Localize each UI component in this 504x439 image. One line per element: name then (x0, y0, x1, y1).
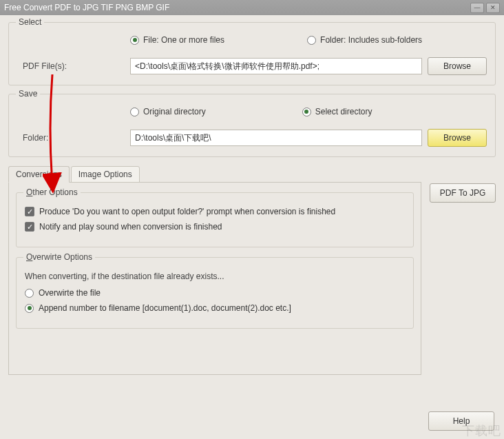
pdf-to-jpg-button[interactable]: PDF To JPG (430, 183, 496, 203)
overwrite-desc: When converting, if the destination file… (25, 272, 405, 281)
pdf-files-label: PDF File(s): (17, 61, 125, 71)
original-dir-label: Original directory (143, 107, 206, 116)
tab-panel: Conversions Image Options Other Options … (8, 165, 421, 375)
overwrite-options-group: Overwirte Options When converting, if th… (16, 257, 414, 329)
pdf-files-input[interactable] (130, 58, 422, 74)
radio-icon (25, 289, 34, 298)
folder-label: Folder: (17, 133, 125, 143)
radio-icon (307, 36, 316, 45)
select-group: Select File: One or more files Folder: I… (8, 22, 496, 85)
content-pane: Select File: One or more files Folder: I… (0, 15, 504, 439)
append-number-radio[interactable]: Append number to filename [document(1).d… (25, 303, 405, 313)
titlebar: Free Convert PDF to JPG TIF PNG BMP GIF … (0, 0, 504, 15)
radio-icon (25, 304, 34, 313)
tab-body: Other Options ✓ Produce 'Do you want to … (8, 182, 421, 375)
save-legend: Save (16, 89, 40, 99)
tab-headers: Conversions Image Options (8, 166, 421, 183)
tab-conversions[interactable]: Conversions (8, 166, 70, 183)
prompt-checkbox-row[interactable]: ✓ Produce 'Do you want to open output fo… (25, 207, 405, 216)
tabs-area: Conversions Image Options Other Options … (8, 165, 496, 375)
other-options-group: Other Options ✓ Produce 'Do you want to … (16, 192, 414, 247)
select-legend: Select (16, 17, 44, 27)
notify-checkbox-label: Notify and play sound when conversion is… (39, 222, 222, 232)
append-number-label: Append number to filename [document(1).d… (39, 303, 291, 313)
watermark: 下载吧 (462, 422, 501, 439)
browse-file-button[interactable]: Browse (428, 57, 487, 75)
checkbox-checked-icon: ✓ (25, 222, 34, 232)
save-radio-row: Original directory Select directory (130, 107, 487, 116)
checkbox-checked-icon: ✓ (25, 207, 34, 216)
folder-radio-label: Folder: Includes sub-folders (320, 35, 422, 45)
window-title: Free Convert PDF to JPG TIF PNG BMP GIF (4, 3, 470, 12)
folder-row: Folder: Browse (17, 129, 487, 147)
prompt-checkbox-label: Produce 'Do you want to open output fold… (39, 207, 335, 216)
select-dir-radio[interactable]: Select directory (302, 107, 372, 116)
browse-folder-button[interactable]: Browse (428, 129, 487, 147)
select-dir-label: Select directory (315, 107, 372, 116)
folder-radio[interactable]: Folder: Includes sub-folders (307, 35, 422, 45)
close-button[interactable]: ✕ (486, 3, 500, 13)
pdf-file-row: PDF File(s): Browse (17, 57, 487, 75)
other-options-legend: Other Options (23, 187, 81, 197)
tab-image-options[interactable]: Image Options (71, 166, 140, 183)
overwrite-file-radio[interactable]: Overwirte the file (25, 288, 405, 298)
select-radio-row: File: One or more files Folder: Includes… (130, 35, 487, 45)
original-dir-radio[interactable]: Original directory (130, 107, 206, 116)
overwrite-file-label: Overwirte the file (39, 288, 101, 298)
side-buttons: PDF To JPG (430, 165, 496, 203)
folder-input[interactable] (130, 130, 422, 146)
window-controls: — ✕ (470, 3, 500, 13)
radio-icon (130, 36, 139, 45)
file-radio-label: File: One or more files (143, 35, 224, 45)
overwrite-options-legend: Overwirte Options (23, 252, 95, 262)
notify-checkbox-row[interactable]: ✓ Notify and play sound when conversion … (25, 222, 405, 232)
radio-icon (130, 108, 139, 116)
save-group: Save Original directory Select directory… (8, 94, 496, 157)
minimize-button[interactable]: — (470, 3, 484, 13)
radio-icon (302, 108, 311, 116)
file-radio[interactable]: File: One or more files (130, 35, 224, 45)
